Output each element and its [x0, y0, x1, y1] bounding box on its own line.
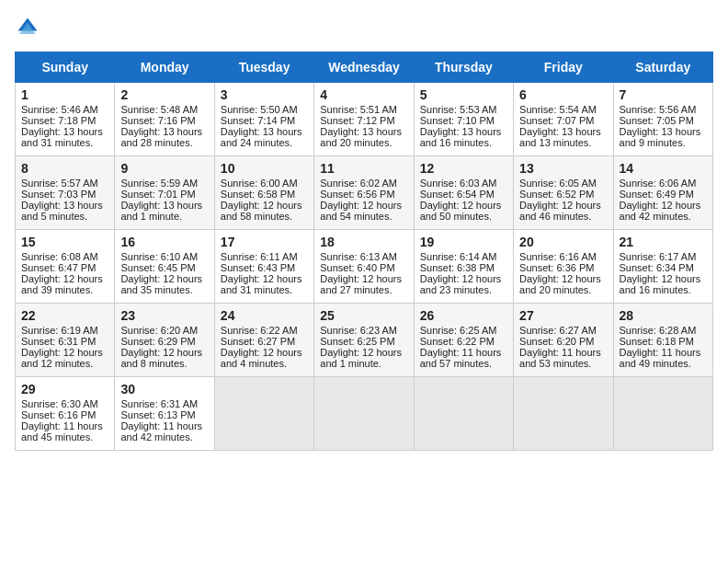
day-number: 3: [221, 87, 308, 102]
calendar-cell: 18Sunrise: 6:13 AMSunset: 6:40 PMDayligh…: [314, 230, 414, 304]
calendar-cell: 19Sunrise: 6:14 AMSunset: 6:38 PMDayligh…: [414, 230, 513, 304]
calendar-cell: 9Sunrise: 5:59 AMSunset: 7:01 PMDaylight…: [115, 156, 214, 230]
day-number: 26: [420, 308, 507, 323]
day-number: 13: [519, 161, 607, 176]
cell-info: and 42 minutes.: [120, 431, 208, 442]
cell-info: and 24 minutes.: [221, 137, 308, 148]
cell-info: Sunrise: 6:31 AM: [120, 398, 208, 409]
cell-info: and 42 minutes.: [620, 211, 707, 222]
day-number: 11: [320, 161, 407, 176]
day-number: 24: [221, 308, 308, 323]
calendar-cell: 15Sunrise: 6:08 AMSunset: 6:47 PMDayligh…: [16, 230, 115, 304]
calendar-cell: 29Sunrise: 6:30 AMSunset: 6:16 PMDayligh…: [16, 377, 115, 451]
calendar-cell: 3Sunrise: 5:50 AMSunset: 7:14 PMDaylight…: [214, 83, 313, 156]
cell-info: Sunrise: 5:54 AM: [519, 104, 607, 115]
day-number: 25: [320, 308, 407, 323]
cell-info: and 50 minutes.: [420, 211, 507, 222]
cell-info: Sunset: 7:16 PM: [120, 115, 208, 126]
calendar-cell: 20Sunrise: 6:16 AMSunset: 6:36 PMDayligh…: [514, 230, 613, 304]
calendar-cell: 23Sunrise: 6:20 AMSunset: 6:29 PMDayligh…: [115, 304, 214, 377]
calendar-cell: 2Sunrise: 5:48 AMSunset: 7:16 PMDaylight…: [115, 83, 214, 156]
cell-info: Sunset: 6:25 PM: [320, 336, 407, 347]
cell-info: Sunrise: 6:23 AM: [320, 325, 407, 336]
day-number: 14: [620, 161, 707, 176]
day-number: 20: [519, 235, 607, 249]
cell-info: and 12 minutes.: [21, 358, 108, 369]
calendar-cell: 30Sunrise: 6:31 AMSunset: 6:13 PMDayligh…: [115, 377, 214, 451]
header-row: SundayMondayTuesdayWednesdayThursdayFrid…: [16, 52, 713, 83]
day-header-saturday: Saturday: [613, 52, 712, 83]
calendar-week-5: 29Sunrise: 6:30 AMSunset: 6:16 PMDayligh…: [16, 377, 713, 451]
calendar-week-2: 8Sunrise: 5:57 AMSunset: 7:03 PMDaylight…: [16, 156, 713, 230]
cell-info: Daylight: 13 hours: [320, 126, 407, 137]
day-number: 16: [120, 235, 208, 249]
cell-info: Sunset: 6:47 PM: [21, 262, 108, 273]
cell-info: Sunrise: 5:59 AM: [120, 178, 208, 189]
day-number: 2: [120, 87, 208, 102]
calendar-week-4: 22Sunrise: 6:19 AMSunset: 6:31 PMDayligh…: [16, 304, 713, 377]
cell-info: and 31 minutes.: [221, 284, 308, 295]
cell-info: Sunrise: 6:20 AM: [120, 325, 208, 336]
calendar-cell: 17Sunrise: 6:11 AMSunset: 6:43 PMDayligh…: [214, 230, 313, 304]
cell-info: Daylight: 12 hours: [320, 347, 407, 358]
day-number: 29: [21, 382, 108, 396]
cell-info: Sunrise: 6:02 AM: [320, 178, 407, 189]
calendar-cell: 12Sunrise: 6:03 AMSunset: 6:54 PMDayligh…: [414, 156, 513, 230]
calendar-cell: [514, 377, 613, 451]
cell-info: Sunset: 6:40 PM: [320, 262, 407, 273]
cell-info: Daylight: 12 hours: [420, 273, 507, 284]
cell-info: Daylight: 12 hours: [420, 200, 507, 211]
cell-info: Daylight: 13 hours: [420, 126, 507, 137]
day-number: 21: [620, 235, 707, 249]
day-number: 15: [21, 235, 108, 249]
cell-info: and 9 minutes.: [620, 137, 707, 148]
cell-info: Sunset: 6:16 PM: [21, 409, 108, 420]
day-number: 5: [420, 87, 507, 102]
cell-info: Sunrise: 6:17 AM: [620, 251, 707, 262]
cell-info: and 8 minutes.: [120, 358, 208, 369]
cell-info: Sunrise: 6:10 AM: [120, 251, 208, 262]
cell-info: and 57 minutes.: [420, 358, 507, 369]
day-header-tuesday: Tuesday: [214, 52, 313, 83]
cell-info: and 16 minutes.: [420, 137, 507, 148]
calendar-week-3: 15Sunrise: 6:08 AMSunset: 6:47 PMDayligh…: [16, 230, 713, 304]
cell-info: Sunrise: 6:00 AM: [221, 178, 308, 189]
day-number: 10: [221, 161, 308, 176]
cell-info: Daylight: 12 hours: [120, 347, 208, 358]
cell-info: Daylight: 13 hours: [120, 200, 208, 211]
cell-info: Sunrise: 6:08 AM: [21, 251, 108, 262]
cell-info: Sunset: 6:18 PM: [620, 336, 707, 347]
cell-info: Sunset: 7:05 PM: [620, 115, 707, 126]
cell-info: Daylight: 12 hours: [620, 200, 707, 211]
cell-info: and 53 minutes.: [519, 358, 607, 369]
cell-info: Sunrise: 6:16 AM: [519, 251, 607, 262]
cell-info: and 39 minutes.: [21, 284, 108, 295]
calendar-cell: 22Sunrise: 6:19 AMSunset: 6:31 PMDayligh…: [16, 304, 115, 377]
cell-info: Sunset: 6:52 PM: [519, 189, 607, 200]
cell-info: Daylight: 13 hours: [21, 200, 108, 211]
calendar-cell: [214, 377, 313, 451]
cell-info: and 46 minutes.: [519, 211, 607, 222]
day-number: 12: [420, 161, 507, 176]
calendar-cell: 1Sunrise: 5:46 AMSunset: 7:18 PMDaylight…: [16, 83, 115, 156]
cell-info: and 28 minutes.: [120, 137, 208, 148]
cell-info: Sunrise: 6:14 AM: [420, 251, 507, 262]
day-number: 22: [21, 308, 108, 323]
cell-info: Sunrise: 6:25 AM: [420, 325, 507, 336]
cell-info: Sunset: 6:34 PM: [620, 262, 707, 273]
calendar-cell: 14Sunrise: 6:06 AMSunset: 6:49 PMDayligh…: [613, 156, 712, 230]
cell-info: Sunrise: 5:46 AM: [21, 104, 108, 115]
cell-info: Daylight: 12 hours: [320, 273, 407, 284]
cell-info: and 35 minutes.: [120, 284, 208, 295]
cell-info: Daylight: 11 hours: [21, 420, 108, 431]
cell-info: Sunrise: 6:11 AM: [221, 251, 308, 262]
cell-info: and 13 minutes.: [519, 137, 607, 148]
calendar-week-1: 1Sunrise: 5:46 AMSunset: 7:18 PMDaylight…: [16, 83, 713, 156]
cell-info: Daylight: 13 hours: [221, 126, 308, 137]
day-number: 19: [420, 235, 507, 249]
cell-info: Sunset: 6:45 PM: [120, 262, 208, 273]
cell-info: and 16 minutes.: [620, 284, 707, 295]
day-number: 23: [120, 308, 208, 323]
cell-info: Sunrise: 6:19 AM: [21, 325, 108, 336]
cell-info: Daylight: 12 hours: [21, 347, 108, 358]
